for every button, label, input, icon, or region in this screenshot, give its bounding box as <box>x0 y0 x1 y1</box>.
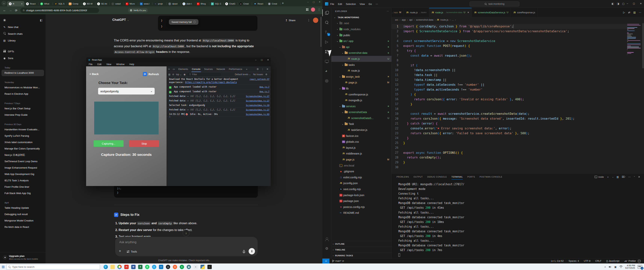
object-preview[interactable]: ▸ (6) [{…}, {…}, {…}, {…}, {…}, {…}] <box>188 99 235 102</box>
tree-item[interactable]: JS coreResponse.js <box>331 91 392 97</box>
chat-history-item[interactable]: Interview Prep Guide <box>2 112 44 118</box>
status-bar-item[interactable]: UTF-8 <box>584 260 590 262</box>
chat-history-item[interactable]: Image Enhancement Request <box>2 165 44 171</box>
status-bar-item[interactable]: ✔✔ Prettier <box>624 260 636 262</box>
taskbar-app-icon[interactable]: ● <box>164 264 172 270</box>
tree-item[interactable]: JS taskService.js <box>331 127 392 133</box>
panel-tab[interactable]: PORTS <box>465 174 477 180</box>
tab-search-button[interactable]: ⌄ <box>2 1 6 6</box>
chat-history-item[interactable]: Mongoose Model Creation <box>2 217 44 224</box>
console-sidebar-icon[interactable]: ▤ <box>168 73 170 76</box>
remote-indicator[interactable]: >< <box>322 258 330 264</box>
tree-item[interactable]: ⌄ TASK-MONITORING <box>331 15 392 21</box>
chat-history-item[interactable]: Full-Stack Web App Gig <box>2 190 44 197</box>
chat-history-item[interactable]: Microservices vs Modular Mon... <box>2 84 44 91</box>
browser-window-controls[interactable]: –▢✕ <box>308 1 320 3</box>
menu-item[interactable]: View <box>360 3 365 6</box>
editor-tab[interactable]: JS e.js ...\app M <box>392 8 404 17</box>
collapse-sidebar-icon[interactable]: ◧ <box>40 19 42 22</box>
browser-tab[interactable]: ⊛ React <box>252 1 266 6</box>
menu-item[interactable]: Help <box>129 63 134 66</box>
taskbar-app-icon[interactable] <box>109 264 116 270</box>
open-changes-icon[interactable]: ⇄ <box>628 11 630 14</box>
terminal-dropdown-icon[interactable]: ⌄ <box>612 176 614 178</box>
source-link[interactable]: ScreenshotApp.js:27 <box>246 108 270 111</box>
editor-tab[interactable]: JS route.js ...\tasks <box>404 8 429 17</box>
back-icon[interactable]: ← <box>3 9 6 12</box>
sidebar-section[interactable]: ›TIMELINE <box>331 247 392 252</box>
taskbar-app-icon[interactable]: e <box>102 264 109 270</box>
chat-history-item[interactable]: Fiverr Profile One-liner <box>2 184 44 190</box>
window-control-icon[interactable]: ▢ <box>313 1 314 3</box>
tray-expand-icon[interactable]: ∧ <box>604 266 606 268</box>
taskbar-app-icon[interactable]: 25 <box>123 264 130 270</box>
tree-item[interactable]: JS jsconfig.json <box>331 180 392 186</box>
attach-icon[interactable]: + <box>119 249 121 253</box>
tree-item[interactable]: JS page.js M <box>331 157 392 163</box>
browser-tab[interactable]: ▶ Bhog <box>195 1 209 6</box>
sidebar-nav-item[interactable]: Library <box>0 37 46 44</box>
app-window-controls[interactable]: –▢✕ <box>255 59 269 61</box>
conversation-menu-icon[interactable]: ⋮ <box>308 19 310 22</box>
status-bar-item[interactable]: Spaces: 4 <box>568 260 579 262</box>
back-link[interactable]: < Back <box>90 72 99 76</box>
activity-bar-item[interactable] <box>322 76 331 86</box>
browser-tab[interactable]: ▪ proje <box>152 1 166 6</box>
tree-item[interactable]: ⌄ screenshot-data <box>331 50 392 56</box>
sidebar-nav-item[interactable]: New chat <box>0 24 46 30</box>
branch-status[interactable]: main* ⟳ <box>332 260 344 262</box>
taskbar-app-icon[interactable]: ≡ <box>192 264 199 270</box>
taskbar-app-icon[interactable]: </> <box>158 264 164 270</box>
menu-item[interactable]: File <box>89 63 92 66</box>
panel-tab[interactable]: OUTPUT <box>411 174 425 180</box>
tree-item[interactable]: JS route.js <box>331 68 392 74</box>
mic-icon[interactable] <box>242 250 246 254</box>
editor-tab[interactable]: JS screenshotDataService.js U <box>472 8 511 17</box>
activity-bar-item[interactable]: 4 <box>322 27 331 37</box>
chat-history-item[interactable]: Next.js Bar Chart Setup <box>2 105 44 112</box>
taskbar-app-icon[interactable]: Py <box>199 264 206 270</box>
window-control-icon[interactable]: – <box>308 1 308 3</box>
wifi-icon[interactable] <box>619 265 623 268</box>
tree-item[interactable]: n package-lock.json <box>331 192 392 198</box>
menu-item[interactable]: Window <box>116 63 124 66</box>
composer-input[interactable]: Ask anything <box>119 240 136 244</box>
breadcrumb-item[interactable]: ... › <box>452 18 456 21</box>
new-tab-button[interactable]: + <box>282 1 284 5</box>
browser-tab[interactable]: ⚡ SQL 5 <box>53 1 67 6</box>
browser-tab[interactable]: ✆ What <box>38 1 53 6</box>
devtools-menu-icon[interactable]: ⋮ <box>261 68 264 70</box>
taskbar-search[interactable]: Type here to search <box>6 264 100 269</box>
chat-history-item[interactable]: SetTimeout Event Loop Demo <box>2 158 44 165</box>
tree-item[interactable]: ⌄ src \ app <box>331 38 392 44</box>
browser-tab[interactable]: ▶ Micro <box>124 1 138 6</box>
chat-history-item[interactable]: Re-fetch data in React <box>2 224 44 230</box>
console-link[interactable]: https://reactjs.org/link/react-devtools <box>185 81 237 84</box>
tab-close-icon[interactable]: ✕ <box>21 3 23 5</box>
address-bar[interactable]: ⊙ chatgpt.com/c/68300665-4b98-8004-9cd5-… <box>20 8 99 13</box>
chat-composer[interactable]: Ask anything + Tools <box>115 237 258 256</box>
window-control-icon[interactable]: ▢ <box>261 59 263 61</box>
browser-tab[interactable]: ✳ React <box>24 1 38 6</box>
source-link[interactable]: ScreenshotApp.js:27 <box>246 95 270 98</box>
tree-item[interactable]: JS layout.js <box>331 145 392 151</box>
tree-item[interactable]: css globals.css <box>331 139 392 145</box>
tree-item[interactable]: M↓ README.md <box>331 210 392 216</box>
source-link[interactable]: App.js:7 <box>260 85 270 88</box>
toggle-panel-icon[interactable]: ◧ <box>612 2 614 5</box>
tree-item[interactable]: JS page.js M <box>331 80 392 86</box>
tree-item[interactable]: >_ .env.local <box>331 163 392 169</box>
sidebar-section[interactable]: ›OUTLINE <box>331 241 392 247</box>
copilot-icon[interactable] <box>638 260 641 262</box>
settings-gear-icon[interactable] <box>322 244 331 254</box>
taskbar-app-icon[interactable]: ⊙ <box>172 264 178 270</box>
browser-tab[interactable]: ↓ ostad <box>110 1 124 6</box>
devtools-tab[interactable]: Console <box>190 66 202 72</box>
console-settings-icon[interactable]: ⚙ <box>265 73 267 76</box>
taskbar-app-icon[interactable]: ❧ <box>178 264 185 270</box>
console-log-row[interactable]: App.js:7 ✔ App component loaded with rou… <box>167 85 271 89</box>
account-avatar[interactable] <box>313 18 318 23</box>
chat-history-item[interactable]: React in Electron App <box>2 91 44 97</box>
source-link[interactable]: App.js:7 <box>260 90 270 93</box>
tree-item[interactable]: N next.config.mjs <box>331 186 392 192</box>
